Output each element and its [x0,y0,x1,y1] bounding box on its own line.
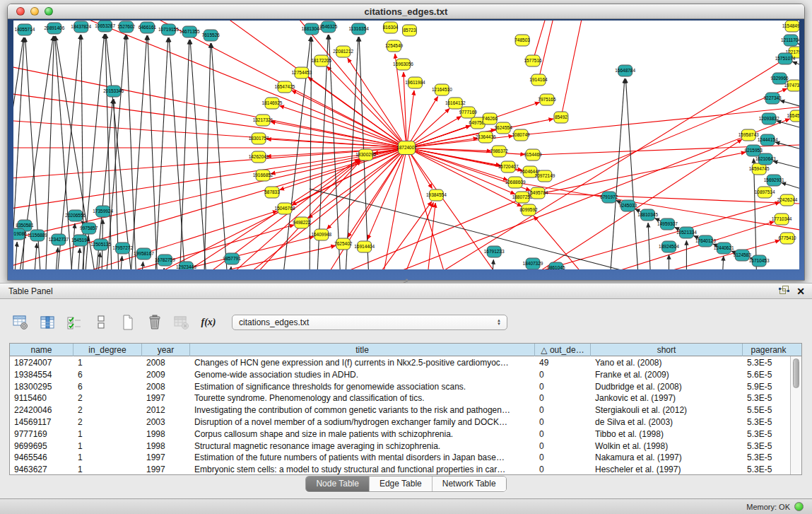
graph-edge[interactable] [33,243,37,269]
graph-node[interactable]: 12444154 [758,134,778,146]
graph-edge[interactable] [130,35,147,269]
graph-edge[interactable] [782,182,799,194]
graph-node[interactable]: 7986372 [490,146,509,157]
graph-node[interactable]: 10653287 [95,21,115,32]
graph-edge[interactable] [190,40,207,269]
column-header-short[interactable]: short [591,344,743,356]
table-row[interactable]: 946554611997Estimation of the future num… [10,451,790,463]
graph-node[interactable]: 12164510 [432,84,452,95]
table-row[interactable]: 911546021997Tourette syndrome. Phenomeno… [10,392,790,404]
graph-edge[interactable] [722,256,723,269]
column-header-title[interactable]: title [190,344,535,356]
graph-edge[interactable] [169,37,186,269]
graph-node[interactable]: 12440621 [714,243,734,254]
graph-edge[interactable] [775,142,799,153]
graph-node[interactable]: 14262041 [249,151,269,163]
table-row[interactable]: 969969511998Structural magnetic resonanc… [10,440,790,452]
graph-edge[interactable] [398,202,434,269]
graph-edge[interactable] [13,148,406,269]
graph-node[interactable]: 15720407 [498,161,519,173]
graph-edge[interactable] [464,202,779,269]
graph-node[interactable]: 15958743 [739,129,759,141]
column-header-name[interactable]: name [10,344,73,356]
graph-node[interactable]: 14959307 [657,218,678,230]
graph-node[interactable]: 16545462 [787,110,799,122]
graph-edge[interactable] [592,240,780,269]
graph-node[interactable]: 1577516 [524,55,542,66]
graph-node[interactable]: 85492 [554,112,568,123]
table-row[interactable]: 1872400712008Changes of HCN gene express… [10,356,790,368]
graph-edge[interactable] [225,148,406,269]
graph-node[interactable]: 9329966 [770,73,789,84]
graph-node[interactable]: 9227343 [763,93,782,104]
graph-node[interactable]: 14055714 [15,24,35,35]
graph-node[interactable]: 1914164 [529,74,548,86]
graph-node[interactable]: 9498222 [293,217,311,228]
graph-node[interactable]: 1545194 [71,235,90,246]
graph-edge[interactable] [609,78,625,269]
network-canvas[interactable]: 1872400714055714208914061843782410653287… [13,21,799,269]
graph-node[interactable]: 22426244 [777,194,798,206]
table-row[interactable]: 1938455462009Genome-wide association stu… [10,368,790,380]
table-row[interactable]: 1456911722003Disruption of a novel membe… [10,416,790,428]
graph-edge[interactable] [13,148,406,211]
float-panel-icon[interactable] [779,285,789,297]
scrollbar-thumb[interactable] [793,358,799,388]
graph-node[interactable]: 9154469 [524,149,542,160]
graph-node[interactable]: 7625402 [334,238,353,250]
graph-node[interactable]: 11548498 [782,21,799,32]
graph-node[interactable]: 14671355 [180,26,200,37]
graph-edge[interactable] [105,34,112,269]
select-from-table-button[interactable] [65,314,83,331]
graph-edge[interactable] [148,35,158,269]
graph-node[interactable]: 17957272 [112,243,133,254]
graph-node[interactable]: 19958167 [134,248,154,259]
delete-table-button[interactable] [172,314,191,331]
column-header-pagerank[interactable]: pagerank [743,344,794,356]
table-row[interactable]: 1830029562008Estimation of significance … [10,380,790,392]
table-row[interactable]: 946362711997Embryonic stem cells: a mode… [10,463,790,474]
graph-node[interactable]: 1254549 [385,40,404,52]
graph-edge[interactable] [211,43,228,269]
tab-edge-table[interactable]: Edge Table [370,477,433,491]
row-options-button[interactable] [92,314,110,331]
graph-node[interactable]: 18407329 [523,258,543,269]
graph-edge[interactable] [161,268,164,269]
delete-columns-button[interactable] [146,314,164,331]
graph-node[interactable]: 16648784 [615,65,635,76]
graph-edge[interactable] [753,158,757,269]
graph-node[interactable]: 16914404 [354,241,375,252]
table-row[interactable]: 2242004622012Investigating the contribut… [10,404,790,416]
tab-node-table[interactable]: Node Table [306,477,370,491]
graph-edge[interactable] [228,267,231,269]
create-column-button[interactable] [119,314,137,331]
graph-edge[interactable] [792,62,799,71]
graph-node[interactable]: 816304 [383,22,399,33]
graph-edge[interactable] [406,96,437,148]
graph-edge[interactable] [54,247,58,269]
graph-node[interactable]: 12111704 [781,35,799,46]
graph-node[interactable]: 7615526 [202,30,220,41]
graph-node[interactable]: 3624554 [495,122,513,134]
graph-node[interactable]: 746266 [482,113,498,124]
graph-node[interactable]: 9777169 [459,107,478,118]
graph-edge[interactable] [773,161,799,173]
graph-node[interactable]: 9245033 [619,200,637,211]
graph-node[interactable]: 18724007 [396,141,417,155]
graph-node[interactable]: 12093832 [759,113,779,124]
graph-node[interactable]: 20891406 [44,23,64,34]
graph-edge[interactable] [533,21,549,61]
graph-node[interactable]: 18924504 [659,241,679,252]
graph-node[interactable]: 17710344 [772,214,792,225]
graph-node[interactable]: 11316354 [349,23,370,35]
window-titlebar[interactable]: citations_edges.txt [8,4,804,19]
graph-edge[interactable] [179,40,189,269]
graph-edge[interactable] [648,223,651,269]
graph-node[interactable]: 18172205 [311,55,331,66]
graph-edge[interactable] [406,148,450,269]
table-scrollbar[interactable] [790,356,801,474]
graph-edge[interactable] [561,21,584,117]
graph-node[interactable]: 22081212 [333,46,353,57]
graph-node[interactable]: 16791233 [484,246,505,257]
graph-edge[interactable] [408,57,789,269]
